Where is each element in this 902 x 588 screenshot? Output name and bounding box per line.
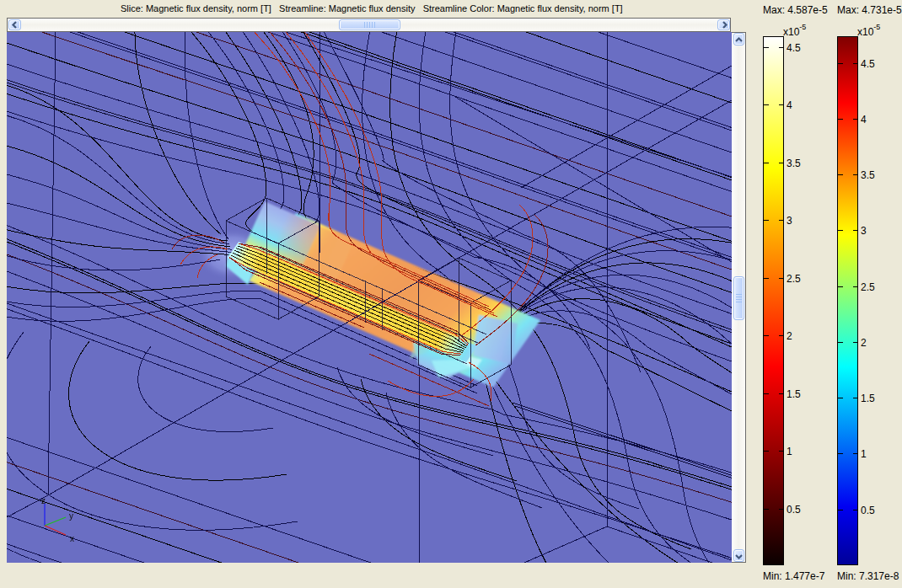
svg-text:y: y	[69, 511, 73, 521]
svg-text:x: x	[70, 534, 74, 543]
svg-text:z: z	[41, 496, 46, 505]
